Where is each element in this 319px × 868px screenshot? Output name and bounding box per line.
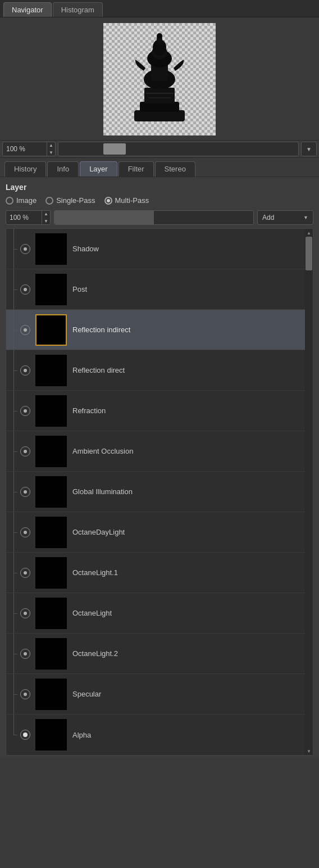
layer-eye-global-illumination[interactable] [17, 487, 33, 497]
svg-rect-2 [144, 88, 175, 103]
tab-filter[interactable]: Filter [119, 161, 154, 177]
layers-scroll-up-button[interactable]: ▲ [305, 229, 313, 237]
tab-histogram[interactable]: Histogram [53, 2, 103, 17]
blend-mode-arrow-icon: ▼ [303, 215, 308, 220]
eye-icon-alpha [20, 730, 30, 740]
layer-name-post: Post [72, 285, 87, 293]
layer-eye-shadow[interactable] [17, 244, 33, 254]
zoom-value: 100 % [3, 145, 47, 153]
layer-eye-post[interactable] [17, 284, 33, 295]
opacity-bar[interactable] [54, 210, 254, 225]
zoom-down-button[interactable]: ▼ [47, 149, 55, 156]
panel-tab-bar: History Info Layer Filter Stereo [0, 157, 319, 177]
opacity-up-button[interactable]: ▲ [42, 210, 50, 218]
zoom-row: 100 % ▲ ▼ ▼ [0, 140, 319, 157]
layer-thumbnail-octane-light-1 [35, 557, 67, 589]
layer-item-alpha[interactable]: Alpha [6, 715, 313, 755]
opacity-spinner[interactable]: ▲ ▼ [42, 210, 50, 225]
preview-canvas[interactable] [103, 23, 216, 135]
layer-eye-octane-daylight[interactable] [17, 527, 33, 537]
scroll-down-icon: ▼ [307, 749, 311, 754]
layer-item-octane-light-1[interactable]: OctaneLight.1 [6, 553, 313, 593]
layer-eye-specular[interactable] [17, 689, 33, 699]
layers-scroll-thumb[interactable] [306, 237, 312, 270]
layer-connector-reflection-indirect [6, 310, 17, 350]
tab-layer[interactable]: Layer [80, 161, 117, 177]
layer-item-refraction[interactable]: Refraction [6, 391, 313, 431]
layer-eye-octane-light-1[interactable] [17, 568, 33, 578]
layer-item-reflection-indirect[interactable]: Reflection indirect [6, 310, 313, 350]
layer-name-ambient-occlusion: Ambient Occlusion [72, 447, 133, 455]
layer-item-reflection-direct[interactable]: Reflection direct [6, 350, 313, 391]
layer-thumbnail-octane-light-2 [35, 638, 67, 670]
layer-thumbnail-shadow [35, 233, 67, 265]
eye-icon-post [20, 284, 30, 295]
layer-thumbnail-global-illumination [35, 476, 67, 508]
layers-list: ▲ ▼ Shadow [6, 228, 313, 756]
layer-connector-specular [6, 674, 17, 714]
layer-eye-octane-light[interactable] [17, 608, 33, 618]
layer-thumbnail-post [35, 274, 67, 305]
radio-multi-pass[interactable]: Multi-Pass [104, 196, 149, 205]
layer-name-refraction: Refraction [72, 406, 106, 415]
eye-icon-ambient-occlusion [20, 446, 30, 456]
layer-connector-ambient-occlusion [6, 431, 17, 471]
layer-connector-alpha [6, 715, 17, 755]
radio-label-multi-pass: Multi-Pass [115, 196, 149, 205]
layers-scroll-track[interactable] [305, 237, 313, 747]
zoom-input-wrap[interactable]: 100 % ▲ ▼ [2, 142, 56, 156]
eye-icon-octane-light [20, 608, 30, 618]
tab-info[interactable]: Info [47, 161, 79, 177]
layer-name-octane-daylight: OctaneDayLight [72, 528, 125, 536]
eye-icon-reflection-direct [20, 365, 30, 376]
layer-item-global-illumination[interactable]: Global Illumination [6, 472, 313, 512]
zoom-up-button[interactable]: ▲ [47, 142, 55, 149]
layers-scroll-down-button[interactable]: ▼ [305, 747, 313, 755]
opacity-input-wrap[interactable]: 100 % ▲ ▼ [6, 210, 51, 225]
layer-item-specular[interactable]: Specular [6, 674, 313, 715]
layer-item-ambient-occlusion[interactable]: Ambient Occlusion [6, 431, 313, 472]
radio-single-pass[interactable]: Single-Pass [45, 196, 95, 205]
layer-item-post[interactable]: Post [6, 269, 313, 310]
zoom-scrollbar[interactable] [58, 142, 299, 156]
eye-icon-refraction [20, 406, 30, 416]
zoom-scrollbar-thumb[interactable] [103, 143, 126, 155]
layer-thumbnail-reflection-indirect [35, 314, 67, 346]
eye-icon-octane-light-2 [20, 649, 30, 659]
zoom-dropdown-button[interactable]: ▼ [301, 142, 317, 156]
layer-connector-refraction [6, 391, 17, 431]
tab-navigator[interactable]: Navigator [3, 2, 52, 17]
panel-body: Layer Image Single-Pass Multi-Pass 100 %… [0, 177, 319, 759]
layer-thumbnail-octane-light [35, 598, 67, 629]
zoom-spinner[interactable]: ▲ ▼ [47, 142, 55, 156]
blend-mode-dropdown[interactable]: Add ▼ [257, 210, 313, 225]
section-title: Layer [6, 183, 313, 192]
layer-thumbnail-refraction [35, 395, 67, 427]
opacity-value: 100 % [6, 214, 42, 221]
layer-item-octane-light[interactable]: OctaneLight [6, 593, 313, 634]
layer-connector-octane-light-1 [6, 553, 17, 593]
layer-eye-alpha[interactable] [17, 730, 33, 740]
layer-eye-reflection-indirect[interactable] [17, 325, 33, 335]
layer-name-shadow: Shadow [72, 245, 99, 253]
layer-eye-refraction[interactable] [17, 406, 33, 416]
layer-item-shadow[interactable]: Shadow [6, 229, 313, 269]
radio-image[interactable]: Image [6, 196, 37, 205]
layer-item-octane-daylight[interactable]: OctaneDayLight [6, 512, 313, 553]
layer-thumbnail-alpha [35, 719, 67, 751]
layer-name-alpha: Alpha [72, 731, 91, 739]
layer-connector-octane-light-2 [6, 634, 17, 673]
layer-eye-octane-light-2[interactable] [17, 649, 33, 659]
preview-figure [123, 31, 196, 127]
tab-history[interactable]: History [4, 161, 46, 177]
svg-point-9 [157, 33, 162, 39]
layer-eye-ambient-occlusion[interactable] [17, 446, 33, 456]
layer-name-octane-light-1: OctaneLight.1 [72, 568, 118, 577]
layer-thumbnail-ambient-occlusion [35, 436, 67, 467]
layer-eye-reflection-direct[interactable] [17, 365, 33, 376]
tab-stereo[interactable]: Stereo [155, 161, 195, 177]
layer-item-octane-light-2[interactable]: OctaneLight.2 [6, 634, 313, 674]
radio-circle-multi-pass [104, 197, 112, 205]
layer-name-specular: Specular [72, 690, 101, 698]
opacity-down-button[interactable]: ▼ [42, 218, 50, 225]
